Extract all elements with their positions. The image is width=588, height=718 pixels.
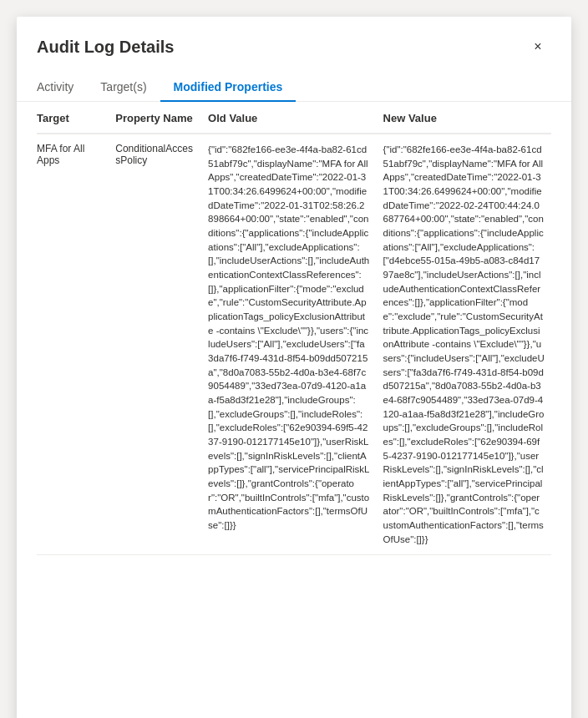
header-new-value: New Value bbox=[377, 102, 551, 134]
header-target: Target bbox=[37, 102, 109, 134]
table-row: MFA for All AppsConditionalAccessPolicy{… bbox=[37, 134, 551, 555]
tab-bar: Activity Target(s) Modified Properties bbox=[17, 60, 571, 102]
tab-targets[interactable]: Target(s) bbox=[87, 73, 160, 102]
cell-new-value: {"id":"682fe166-ee3e-4f4a-ba82-61cd51abf… bbox=[377, 134, 551, 555]
table-container: Target Property Name Old Value New Value… bbox=[17, 102, 571, 718]
table-header-row: Target Property Name Old Value New Value bbox=[37, 102, 551, 134]
modal-title: Audit Log Details bbox=[37, 38, 174, 57]
cell-old-value: {"id":"682fe166-ee3e-4f4a-ba82-61cd51abf… bbox=[201, 134, 376, 555]
tab-activity[interactable]: Activity bbox=[37, 73, 87, 102]
audit-table: Target Property Name Old Value New Value… bbox=[37, 102, 551, 555]
modal-header: Audit Log Details × bbox=[17, 17, 571, 60]
tab-modified-properties[interactable]: Modified Properties bbox=[160, 73, 297, 102]
cell-target: MFA for All Apps bbox=[37, 134, 109, 555]
audit-log-modal: Audit Log Details × Activity Target(s) M… bbox=[17, 17, 571, 718]
header-property-name: Property Name bbox=[109, 102, 201, 134]
header-old-value: Old Value bbox=[201, 102, 376, 134]
close-button[interactable]: × bbox=[525, 33, 551, 60]
cell-property-name: ConditionalAccessPolicy bbox=[109, 134, 201, 555]
